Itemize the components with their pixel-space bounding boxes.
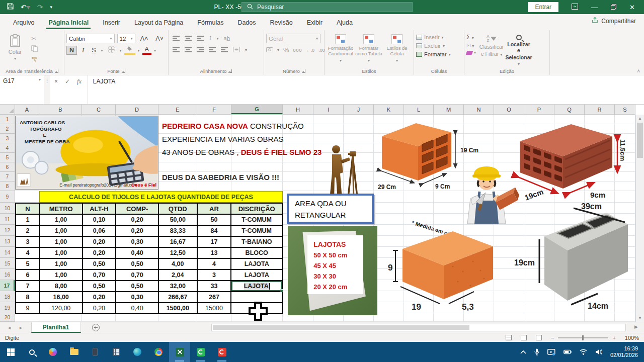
table-cell[interactable]: 1,00 xyxy=(40,215,83,226)
table-header-cell[interactable]: N xyxy=(16,204,40,215)
cut-icon[interactable]: ✂ xyxy=(31,35,38,42)
row-header-15[interactable]: 15 xyxy=(0,258,15,269)
column-header-I[interactable]: I xyxy=(313,105,344,114)
row-header-9[interactable]: 9 xyxy=(0,191,15,203)
table-cell[interactable]: 0,50 xyxy=(116,259,159,270)
column-header-D[interactable]: D xyxy=(116,105,158,114)
borders-icon[interactable] xyxy=(106,46,117,55)
find-select-button[interactable]: Localizar e Selecionar ▾ xyxy=(507,34,530,66)
table-cell[interactable]: 0,20 xyxy=(83,292,117,303)
column-header-A[interactable]: A xyxy=(15,105,39,114)
row-header-7[interactable]: 7 xyxy=(0,172,15,182)
horizontal-scroll-thumb[interactable] xyxy=(213,325,469,330)
table-cell[interactable]: 0,30 xyxy=(116,237,159,248)
table-cell[interactable]: 8 xyxy=(16,292,40,303)
table-cell[interactable]: 0,50 xyxy=(83,259,117,270)
table-cell[interactable]: 5 xyxy=(16,259,40,270)
share-button[interactable]: Compartilhar xyxy=(592,17,636,25)
sheet-tab-planilha1[interactable]: Planilha1 xyxy=(31,322,81,333)
table-cell[interactable]: 1,00 xyxy=(40,248,83,259)
row-header-18[interactable]: 18 xyxy=(0,291,15,302)
scroll-right-icon[interactable]: ▶ xyxy=(634,324,638,329)
cancel-icon[interactable]: × xyxy=(54,78,58,85)
italic-button[interactable]: I xyxy=(79,46,87,55)
scroll-down-icon[interactable]: ▼ xyxy=(636,316,644,320)
tray-expand-icon[interactable] xyxy=(520,350,526,354)
save-icon[interactable] xyxy=(7,3,14,11)
column-header-G[interactable]: G xyxy=(231,105,283,114)
increase-indent-icon[interactable] xyxy=(221,47,228,52)
zoom-in-icon[interactable]: + xyxy=(612,335,615,341)
tab-inserir[interactable]: Inserir xyxy=(97,16,126,29)
table-cell[interactable]: LAJOTA xyxy=(231,270,283,281)
merge-center-icon[interactable] xyxy=(233,45,240,54)
row-header-2[interactable]: 2 xyxy=(0,124,15,134)
comma-style-icon[interactable]: 000 xyxy=(293,48,302,53)
cells-button-inserir[interactable]: Inserir▾ xyxy=(416,34,451,40)
vertical-scroll-thumb[interactable] xyxy=(637,123,643,158)
taskbar-search-button[interactable] xyxy=(21,342,42,362)
tab-layout-da-página[interactable]: Layout da Página xyxy=(128,16,189,29)
name-box[interactable]: G17▾ xyxy=(0,75,44,104)
clear-icon[interactable]: ▾ xyxy=(466,50,476,55)
tab-exibir[interactable]: Exibir xyxy=(301,16,329,29)
align-bottom-icon[interactable] xyxy=(197,36,204,41)
zoom-out-icon[interactable]: − xyxy=(551,335,554,341)
page-break-view-icon[interactable] xyxy=(536,335,542,340)
align-center-icon[interactable] xyxy=(185,47,192,52)
battery-icon[interactable] xyxy=(564,349,572,354)
insert-function-icon[interactable]: fx xyxy=(77,78,82,85)
column-header-L[interactable]: L xyxy=(404,105,434,114)
horizontal-scrollbar[interactable] xyxy=(211,324,626,331)
fill-color-icon[interactable] xyxy=(124,46,135,55)
table-cell[interactable]: 15000 xyxy=(198,303,232,314)
cast-icon[interactable] xyxy=(547,349,555,355)
fill-down-icon[interactable]: ⊡ ▾ xyxy=(466,43,476,48)
scroll-up-icon[interactable]: ▲ xyxy=(636,116,644,121)
sign-in-button[interactable]: Entrar xyxy=(528,2,558,12)
decrease-font-icon[interactable]: A˅ xyxy=(153,35,166,43)
paste-button[interactable]: Colar ▾ xyxy=(2,32,28,61)
copy-icon[interactable] xyxy=(31,45,38,53)
zoom-slider[interactable] xyxy=(558,337,608,338)
table-cell[interactable]: 1,00 xyxy=(40,237,83,248)
column-header-J[interactable]: J xyxy=(344,105,374,114)
ribbon-display-icon[interactable] xyxy=(572,4,578,11)
autosum-icon[interactable]: Σ ▾ xyxy=(466,34,476,41)
alignment-dialog-launcher[interactable] xyxy=(228,69,232,73)
search-box[interactable]: Pesquisar xyxy=(242,2,413,12)
column-header-N[interactable]: N xyxy=(464,105,494,114)
table-cell[interactable]: 2,04 xyxy=(159,270,198,281)
table-cell[interactable]: T-COMUM xyxy=(231,215,283,226)
volume-icon[interactable] xyxy=(595,349,602,355)
restore-button[interactable] xyxy=(611,4,616,11)
currency-format-icon[interactable] xyxy=(266,47,273,53)
cells-button-excluir[interactable]: Excluir▾ xyxy=(416,43,451,49)
column-header-M[interactable]: M xyxy=(434,105,464,114)
redo-icon[interactable]: ↷ xyxy=(37,3,43,11)
table-cell[interactable]: 266,67 xyxy=(159,292,198,303)
decrease-indent-icon[interactable] xyxy=(209,47,216,52)
table-cell[interactable]: 0,40 xyxy=(116,248,159,259)
table-cell[interactable]: 0,30 xyxy=(116,292,159,303)
tab-fórmulas[interactable]: Fórmulas xyxy=(191,16,229,29)
table-cell[interactable]: 4 xyxy=(198,259,232,270)
align-left-icon[interactable] xyxy=(173,47,180,52)
table-cell[interactable]: 17 xyxy=(198,237,232,248)
font-dialog-launcher[interactable] xyxy=(122,69,125,73)
table-cell[interactable]: 1,00 xyxy=(40,259,83,270)
table-header-cell[interactable]: COMP- xyxy=(116,204,159,215)
tab-dados[interactable]: Dados xyxy=(231,16,262,29)
table-cell[interactable]: 120,00 xyxy=(40,303,83,314)
column-header-R[interactable]: R xyxy=(585,105,615,114)
table-cell[interactable]: 32,00 xyxy=(159,281,198,292)
tab-ajuda[interactable]: Ajuda xyxy=(331,16,359,29)
select-all-corner[interactable] xyxy=(0,105,15,114)
column-header-O[interactable]: O xyxy=(494,105,524,114)
add-sheet-icon[interactable] xyxy=(92,324,100,331)
number-format-combo[interactable]: Geral▾ xyxy=(266,34,320,43)
row-header-1[interactable]: 1 xyxy=(0,115,15,124)
column-header-K[interactable]: K xyxy=(374,105,404,114)
table-header-cell[interactable]: METRO xyxy=(40,204,83,215)
row-header-6[interactable]: 6 xyxy=(0,162,15,172)
